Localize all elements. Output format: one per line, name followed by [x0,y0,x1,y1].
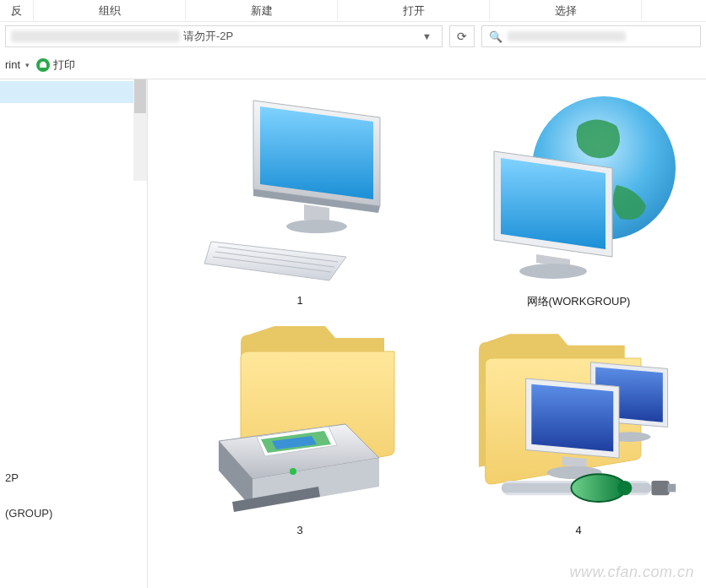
sidebar-scrollbar[interactable] [133,79,147,181]
computer-icon [198,88,401,291]
item-label: 1 [296,294,302,307]
sidebar-item-group[interactable]: (GROUP) [0,502,147,524]
address-blurred [11,30,180,42]
sidebar-item-2p[interactable]: 2P [0,466,147,488]
items-pane: 1 [148,79,706,588]
svg-marker-28 [531,384,613,452]
sidebar-scrollbar-thumb[interactable] [134,79,146,113]
print-icon [36,58,50,72]
address-bar[interactable]: 请勿开-2P ▼ [5,25,443,47]
svg-point-35 [617,481,632,495]
ribbon-tab-0[interactable]: 反 [0,0,34,21]
item-label: 4 [575,524,581,536]
svg-marker-3 [260,106,373,199]
address-text: 请勿开-2P [183,29,233,44]
item-network-folder[interactable]: 4 [443,318,706,536]
sidebar-item-selected[interactable] [0,81,147,103]
print-menu[interactable]: rint ▾ [5,58,30,71]
network-icon [477,88,680,291]
navigation-sidebar[interactable]: 2P (GROUP) [0,79,148,588]
svg-point-22 [290,468,296,475]
refresh-button[interactable]: ⟳ [449,25,475,47]
svg-rect-37 [668,484,676,493]
print-button[interactable]: 打印 [36,57,75,73]
toolbar: rint ▾ 打印 [0,51,706,79]
search-input[interactable]: 🔍 [481,25,701,47]
item-printers-folder[interactable]: 3 [165,318,435,536]
item-label: 3 [296,524,302,536]
item-computer[interactable]: 1 [165,88,435,309]
search-placeholder-blur [508,31,626,41]
print-label: 打印 [53,57,75,73]
printer-folder-icon [198,318,401,520]
network-folder-icon [477,318,680,520]
refresh-icon: ⟳ [457,30,467,43]
item-label: 网络(WORKGROUP) [527,294,631,309]
svg-marker-13 [501,158,606,249]
ribbon-tab-organize[interactable]: 组织 [34,0,186,21]
watermark: www.cfan.com.cn [569,564,694,581]
items-grid: 1 [148,79,706,545]
ribbon-tab-open[interactable]: 打开 [338,0,490,21]
ribbon-tabs: 反 组织 新建 打开 选择 [0,0,706,22]
svg-rect-0 [40,63,46,68]
svg-rect-1 [41,62,46,64]
item-network[interactable]: 网络(WORKGROUP) [443,88,706,309]
chevron-down-icon: ▾ [25,61,30,69]
content-split: 2P (GROUP) [0,79,706,588]
search-icon: 🔍 [489,30,502,43]
svg-point-15 [519,264,587,279]
ribbon-tab-select[interactable]: 选择 [490,0,642,21]
address-dropdown-icon[interactable]: ▼ [417,31,437,41]
ribbon-tab-new[interactable]: 新建 [186,0,338,21]
svg-rect-36 [651,481,669,495]
print-left-fragment: rint [5,58,20,71]
svg-point-6 [286,220,347,233]
address-bar-row: 请勿开-2P ▼ ⟳ 🔍 [0,22,706,51]
